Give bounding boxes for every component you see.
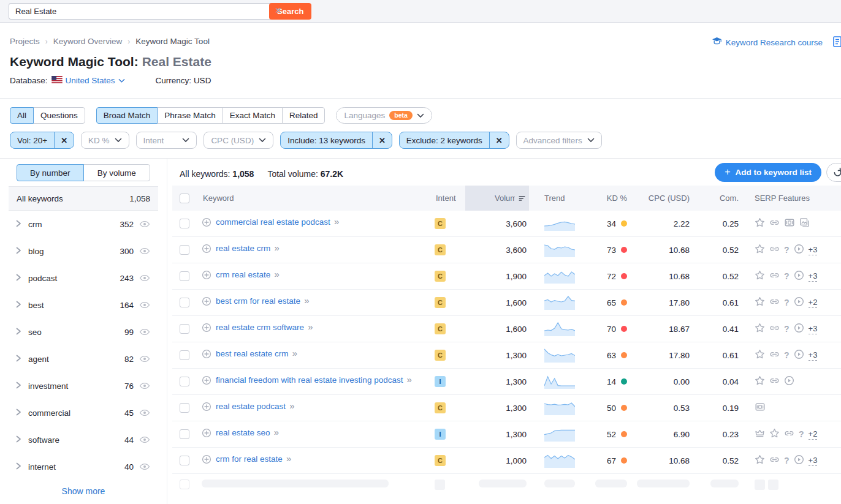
column-header-keyword[interactable]: Keyword (202, 194, 435, 203)
add-keyword-icon[interactable] (202, 323, 211, 336)
sidebar-group-internet[interactable]: internet40 (9, 453, 158, 480)
filter-include-13-keywords[interactable]: Include: 13 keywords✕ (280, 132, 392, 149)
row-checkbox[interactable] (180, 245, 189, 255)
open-keyword-icon[interactable]: » (332, 216, 340, 227)
column-header-trend[interactable]: Trend (529, 194, 588, 203)
serp-more-link[interactable]: +2 (809, 429, 818, 440)
clear-search-icon[interactable]: ✕ (275, 6, 282, 15)
add-keyword-icon[interactable] (202, 349, 211, 363)
chevron-right-icon[interactable] (15, 220, 21, 229)
filter-kd-[interactable]: KD % (81, 132, 129, 149)
keyword-link[interactable]: real estate podcast (216, 402, 286, 411)
column-header-serp-features[interactable]: SERP Features (755, 194, 841, 203)
sidebar-group-commercial[interactable]: commercial45 (9, 399, 158, 426)
languages-dropdown[interactable]: Languages beta (336, 107, 432, 124)
row-checkbox[interactable] (180, 271, 189, 281)
keyword-link[interactable]: real estate crm (216, 244, 270, 253)
add-keyword-icon[interactable] (202, 270, 211, 284)
chevron-right-icon[interactable] (15, 462, 21, 472)
add-keyword-icon[interactable] (202, 217, 211, 231)
open-keyword-icon[interactable]: » (404, 374, 412, 385)
sidebar-toggle-by-number[interactable]: By number (17, 164, 84, 181)
eye-icon[interactable] (139, 435, 150, 444)
chevron-right-icon[interactable] (15, 435, 21, 445)
keyword-link[interactable]: best crm for real estate (216, 296, 300, 306)
eye-icon[interactable] (139, 274, 150, 282)
eye-icon[interactable] (139, 220, 150, 228)
chevron-right-icon[interactable] (15, 247, 21, 256)
tab-related[interactable]: Related (282, 107, 325, 124)
search-input[interactable] (9, 3, 271, 20)
keyword-link[interactable]: crm for real estate (216, 454, 283, 464)
tab-phrase-match[interactable]: Phrase Match (157, 107, 223, 124)
serp-more-link[interactable]: +3 (809, 271, 818, 282)
sidebar-group-crm[interactable]: crm352 (9, 211, 158, 238)
open-keyword-icon[interactable]: » (272, 269, 280, 279)
open-keyword-icon[interactable]: » (287, 401, 295, 411)
show-more-link[interactable]: Show more (9, 486, 158, 496)
keyword-link[interactable]: real estate crm software (216, 323, 304, 332)
sidebar-group-investment[interactable]: investment76 (9, 372, 158, 399)
filter-exclude-2-keywords[interactable]: Exclude: 2 keywords✕ (399, 132, 509, 149)
sidebar-toggle-by-volume[interactable]: By volume (83, 164, 151, 181)
serp-more-link[interactable]: +3 (809, 350, 818, 361)
open-keyword-icon[interactable]: » (290, 348, 298, 358)
add-keyword-icon[interactable] (202, 296, 211, 310)
keyword-link[interactable]: financial freedom with real estate inves… (216, 375, 403, 385)
sidebar-group-podcast[interactable]: podcast243 (9, 265, 158, 291)
add-keyword-icon[interactable] (202, 454, 211, 468)
filter-advanced-filters[interactable]: Advanced filters (516, 132, 602, 149)
eye-icon[interactable] (139, 355, 150, 363)
row-checkbox[interactable] (180, 298, 189, 307)
serp-more-link[interactable]: +3 (809, 245, 818, 255)
refresh-button[interactable] (826, 163, 841, 182)
add-keyword-icon[interactable] (202, 428, 211, 442)
eye-icon[interactable] (139, 382, 150, 390)
sidebar-group-best[interactable]: best164 (9, 291, 158, 318)
serp-more-link[interactable]: +3 (809, 456, 818, 466)
keyword-research-course-link[interactable]: Keyword Research course (712, 37, 823, 48)
eye-icon[interactable] (139, 247, 150, 255)
filter-intent[interactable]: Intent (136, 132, 197, 149)
eye-icon[interactable] (139, 408, 150, 417)
eye-icon[interactable] (139, 328, 150, 336)
add-keyword-icon[interactable] (202, 244, 211, 257)
row-checkbox[interactable] (180, 403, 189, 413)
chevron-right-icon[interactable] (15, 274, 21, 283)
open-keyword-icon[interactable]: » (305, 322, 313, 332)
chevron-right-icon[interactable] (15, 328, 21, 337)
add-keyword-icon[interactable] (202, 375, 211, 389)
select-all-checkbox[interactable] (180, 194, 189, 203)
add-keyword-icon[interactable] (202, 402, 211, 415)
open-keyword-icon[interactable]: » (302, 295, 310, 306)
column-header-volume[interactable]: Trend Volume (465, 186, 529, 211)
tab-all[interactable]: All (10, 107, 34, 124)
chevron-right-icon[interactable] (15, 355, 21, 364)
add-to-keyword-list-button[interactable]: + Add to keyword list (715, 163, 821, 182)
keyword-link[interactable]: real estate seo (216, 428, 270, 437)
tab-broad-match[interactable]: Broad Match (96, 107, 158, 124)
open-keyword-icon[interactable]: » (284, 453, 292, 464)
row-checkbox[interactable] (180, 350, 189, 360)
column-header-kd[interactable]: KD % (588, 194, 636, 203)
remove-filter-icon[interactable]: ✕ (54, 132, 74, 148)
column-header-com[interactable]: Com. (707, 194, 755, 203)
tab-questions[interactable]: Questions (33, 107, 85, 124)
column-header-cpc[interactable]: CPC (USD) (636, 194, 707, 203)
chevron-right-icon[interactable] (15, 301, 21, 310)
open-keyword-icon[interactable]: » (272, 243, 280, 253)
keyword-link[interactable]: commercial real estate podcast (216, 217, 330, 227)
sidebar-group-agent[interactable]: agent82 (9, 345, 158, 372)
remove-filter-icon[interactable]: ✕ (489, 132, 509, 148)
sidebar-group-blog[interactable]: blog300 (9, 238, 158, 265)
row-checkbox[interactable] (180, 377, 189, 386)
docs-icon[interactable] (833, 36, 841, 50)
breadcrumb-projects[interactable]: Projects (10, 37, 40, 46)
row-checkbox[interactable] (180, 456, 189, 465)
chevron-right-icon[interactable] (15, 408, 21, 418)
serp-more-link[interactable]: +3 (809, 324, 818, 334)
all-keywords-row[interactable]: All keywords 1,058 (9, 186, 158, 211)
sidebar-group-seo[interactable]: seo99 (9, 318, 158, 345)
tab-exact-match[interactable]: Exact Match (223, 107, 283, 124)
breadcrumb-keyword-overview[interactable]: Keyword Overview (53, 37, 123, 46)
